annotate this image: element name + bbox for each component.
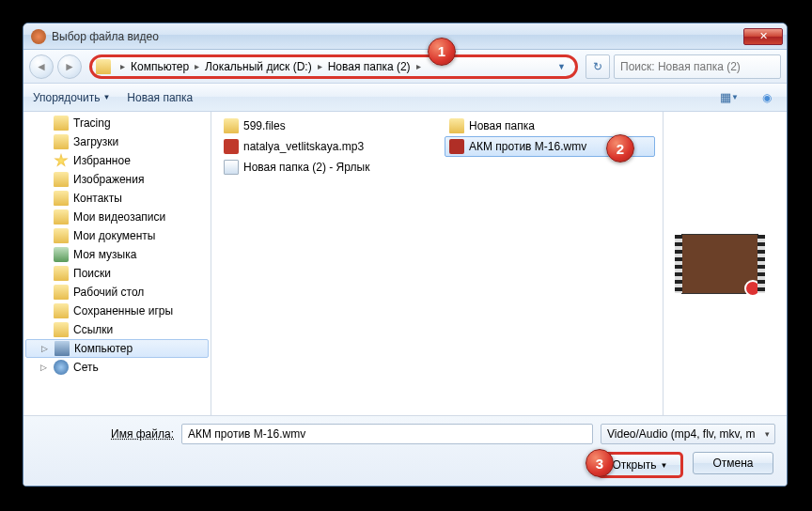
overlay-icon xyxy=(744,280,761,297)
preview-pane xyxy=(663,112,775,415)
expand-icon[interactable]: ▷ xyxy=(40,363,47,372)
video-icon xyxy=(449,139,464,154)
sidebar-item-label: Избранное xyxy=(73,154,131,167)
computer-icon xyxy=(55,341,70,356)
folder-icon xyxy=(54,285,69,300)
filename-input[interactable] xyxy=(181,424,593,444)
sidebar-item[interactable]: Мои документы xyxy=(23,226,211,245)
breadcrumb-part[interactable]: Новая папка (2) xyxy=(328,60,411,73)
folder-icon xyxy=(224,118,239,133)
network-icon xyxy=(54,360,69,375)
forward-button[interactable]: ► xyxy=(57,54,82,79)
folder-icon xyxy=(54,134,69,149)
sidebar-item-label: Изображения xyxy=(73,173,144,186)
refresh-button[interactable]: ↻ xyxy=(586,54,610,79)
file-item[interactable]: Новая папка (2) - Ярлык xyxy=(219,157,429,178)
folder-icon xyxy=(54,116,69,131)
callout-3: 3 xyxy=(586,449,614,477)
sidebar-item-computer[interactable]: ▷Компьютер xyxy=(25,339,209,358)
sidebar-item[interactable]: Изображения xyxy=(23,170,211,189)
file-item[interactable]: natalya_vetlitskaya.mp3 xyxy=(219,136,429,157)
sidebar-item-label: Загрузки xyxy=(73,135,118,148)
file-column: 599.filesnatalya_vetlitskaya.mp3Новая па… xyxy=(211,112,437,415)
callout-1: 1 xyxy=(428,38,456,66)
folder-icon xyxy=(96,59,111,74)
folder-icon xyxy=(54,266,69,281)
folder-icon xyxy=(54,303,69,318)
sidebar-item-label: Сохраненные игры xyxy=(73,304,173,317)
folder-icon xyxy=(54,228,69,243)
chevron-down-icon: ▼ xyxy=(661,461,668,470)
app-icon xyxy=(31,29,46,44)
titlebar: Выбор файла видео ✕ xyxy=(23,23,787,50)
expand-icon[interactable]: ▷ xyxy=(41,344,48,353)
folder-icon xyxy=(54,191,69,206)
folder-icon xyxy=(54,172,69,187)
breadcrumb-part[interactable]: Компьютер xyxy=(131,60,189,73)
file-label: natalya_vetlitskaya.mp3 xyxy=(243,140,364,153)
chevron-down-icon: ▼ xyxy=(102,93,110,101)
sidebar-item[interactable]: Tracing xyxy=(23,114,211,132)
toolbar: Упорядочить▼ Новая папка ▦ ▼ ◉ xyxy=(23,84,787,112)
dialog-footer: Имя файла: Video/Audio (mp4, flv, mkv, m… xyxy=(23,416,787,487)
chevron-right-icon: ▸ xyxy=(120,61,125,71)
sidebar-item-network[interactable]: ▷Сеть xyxy=(23,358,211,377)
nav-bar: ◄ ► ▸ Компьютер ▸ Локальный диск (D:) ▸ … xyxy=(23,50,787,84)
sidebar-item-label: Моя музыка xyxy=(73,248,136,261)
sidebar-item-label: Сеть xyxy=(73,361,99,374)
sidebar-item[interactable]: Загрузки xyxy=(23,132,211,151)
new-folder-button[interactable]: Новая папка xyxy=(127,91,193,104)
sidebar: TracingЗагрузкиИзбранноеИзображенияКонта… xyxy=(23,112,211,415)
sidebar-item-label: Рабочий стол xyxy=(73,286,144,299)
search-input[interactable] xyxy=(614,54,781,79)
callout-2: 2 xyxy=(606,134,634,163)
sidebar-item-label: Мои документы xyxy=(73,229,155,242)
file-item[interactable]: 599.files xyxy=(219,116,429,136)
chevron-down-icon[interactable]: ▼ xyxy=(557,62,566,71)
organize-menu[interactable]: Упорядочить▼ xyxy=(33,91,110,104)
music-icon xyxy=(54,247,69,262)
file-dialog-window: Выбор файла видео ✕ ◄ ► ▸ Компьютер ▸ Ло… xyxy=(23,23,788,487)
sidebar-item-label: Мои видеозаписи xyxy=(73,210,165,224)
sidebar-item-label: Компьютер xyxy=(74,342,133,355)
video-thumbnail xyxy=(681,234,758,294)
back-button[interactable]: ◄ xyxy=(29,54,54,79)
sidebar-item[interactable]: Избранное xyxy=(23,151,211,170)
window-title: Выбор файла видео xyxy=(52,30,743,43)
file-item[interactable]: Новая папка xyxy=(445,116,655,136)
sidebar-item[interactable]: Рабочий стол xyxy=(23,283,211,302)
file-label: АКМ против М-16.wmv xyxy=(469,140,586,153)
folder-icon xyxy=(54,209,69,225)
breadcrumb-bar[interactable]: ▸ Компьютер ▸ Локальный диск (D:) ▸ Нова… xyxy=(89,54,578,79)
help-button[interactable]: ◉ xyxy=(757,87,777,108)
audio-icon xyxy=(224,139,239,154)
sidebar-item[interactable]: Мои видеозаписи xyxy=(23,208,211,226)
sidebar-item[interactable]: Контакты xyxy=(23,189,211,208)
file-label: Новая папка xyxy=(469,119,535,132)
sidebar-item[interactable]: Моя музыка xyxy=(23,245,211,264)
filetype-filter[interactable]: Video/Audio (mp4, flv, mkv, m xyxy=(601,424,775,444)
file-label: Новая папка (2) - Ярлык xyxy=(243,161,369,174)
sidebar-item[interactable]: Сохраненные игры xyxy=(23,302,211,320)
file-pane: 599.filesnatalya_vetlitskaya.mp3Новая па… xyxy=(211,112,787,415)
file-column: Новая папкаАКМ против М-16.wmv2 xyxy=(437,112,663,415)
sidebar-item-label: Контакты xyxy=(73,192,122,205)
folder-icon xyxy=(449,118,464,133)
sidebar-item[interactable]: Ссылки xyxy=(23,320,211,339)
sidebar-item-label: Tracing xyxy=(73,116,111,130)
folder-icon xyxy=(54,322,69,337)
breadcrumb-part[interactable]: Локальный диск (D:) xyxy=(205,60,312,73)
chevron-right-icon: ▸ xyxy=(416,61,421,71)
sidebar-item-label: Ссылки xyxy=(73,323,113,336)
sidebar-item-label: Поиски xyxy=(73,267,111,280)
star-icon xyxy=(54,153,69,168)
close-button[interactable]: ✕ xyxy=(743,28,783,45)
link-icon xyxy=(224,160,239,175)
dialog-body: TracingЗагрузкиИзбранноеИзображенияКонта… xyxy=(23,112,787,416)
cancel-button[interactable]: Отмена xyxy=(693,452,773,474)
sidebar-item[interactable]: Поиски xyxy=(23,264,211,283)
file-label: 599.files xyxy=(243,119,286,132)
view-menu[interactable]: ▦ ▼ xyxy=(719,87,740,108)
chevron-right-icon: ▸ xyxy=(318,61,322,71)
chevron-right-icon: ▸ xyxy=(195,61,199,71)
